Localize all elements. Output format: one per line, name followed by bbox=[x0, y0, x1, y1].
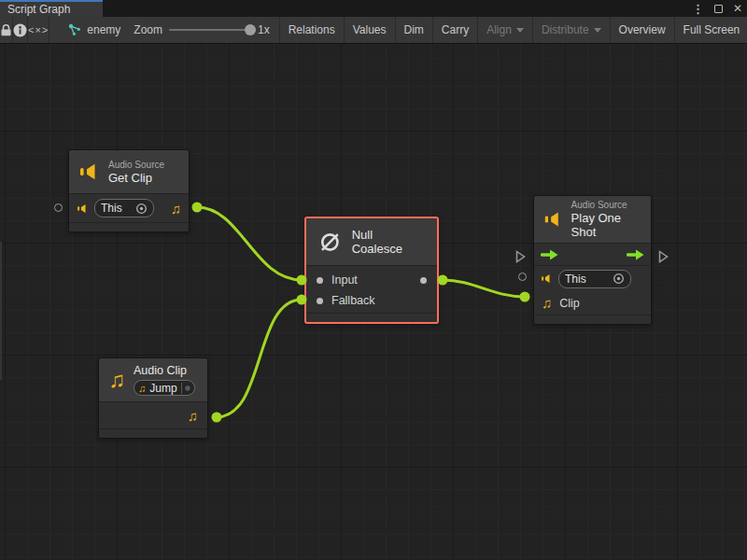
wire-endpoint[interactable] bbox=[192, 203, 203, 213]
offscreen-node-edge bbox=[0, 242, 2, 380]
chevron-down-icon bbox=[516, 28, 524, 33]
close-icon[interactable]: ✕ bbox=[733, 3, 742, 14]
relations-button[interactable]: Relations bbox=[280, 17, 345, 43]
tab-strip: Script Graph ⋮ ✕ bbox=[0, 0, 747, 17]
wire-endpoint[interactable] bbox=[438, 275, 448, 286]
dim-button[interactable]: Dim bbox=[396, 17, 433, 43]
audio-source-icon bbox=[541, 273, 553, 285]
script-graph-window: Script Graph ⋮ ✕ <×> bbox=[0, 0, 747, 560]
audio-clip-port-icon[interactable]: ♫ bbox=[542, 296, 552, 310]
node-get-clip-header[interactable]: Audio Source Get Clip bbox=[69, 150, 189, 193]
node-audio-clip[interactable]: ♫ Audio Clip ♫ Jump ♫ bbox=[98, 357, 208, 439]
play-one-shot-target-port[interactable] bbox=[518, 273, 527, 281]
node-null-coalesce-header[interactable]: Null Coalesce bbox=[306, 218, 437, 265]
wire-getclip-to-input[interactable] bbox=[197, 207, 302, 280]
flow-input-arrow-icon[interactable] bbox=[541, 249, 558, 260]
values-button[interactable]: Values bbox=[345, 17, 396, 43]
node-title: Null Coalesce bbox=[352, 228, 426, 256]
graph-icon bbox=[68, 23, 81, 36]
audio-clip-icon: ♫ bbox=[108, 369, 125, 391]
node-footer bbox=[306, 314, 437, 322]
chevron-down-icon bbox=[594, 28, 601, 33]
result-port[interactable] bbox=[420, 277, 427, 284]
flow-exit-triangle-icon[interactable] bbox=[658, 250, 669, 263]
audio-clip-port-icon[interactable]: ♫ bbox=[171, 202, 181, 216]
audio-clip-mini-icon: ♫ bbox=[138, 383, 146, 394]
zoom-control: Zoom 1x bbox=[132, 17, 279, 43]
align-button[interactable]: Align bbox=[478, 17, 533, 43]
lock-icon bbox=[0, 23, 12, 36]
graph-toolbar: <×> enemy Zoom 1x Relations Values Dim C… bbox=[0, 17, 747, 44]
object-picker-icon[interactable] bbox=[135, 203, 148, 215]
distribute-button[interactable]: Distribute bbox=[533, 17, 611, 43]
input-port[interactable] bbox=[317, 277, 323, 284]
clip-object-field[interactable]: ♫ Jump bbox=[134, 380, 195, 396]
breadcrumb-label: enemy bbox=[87, 23, 120, 36]
node-category: Audio Source bbox=[108, 160, 164, 171]
this-object-field[interactable]: This bbox=[94, 199, 154, 217]
carry-button[interactable]: Carry bbox=[433, 17, 478, 43]
input-port-label: Input bbox=[331, 273, 358, 287]
info-icon bbox=[13, 23, 27, 37]
node-title: Play One Shot bbox=[571, 211, 641, 239]
breadcrumb[interactable]: enemy bbox=[49, 17, 132, 43]
wire-result-to-clip[interactable] bbox=[443, 280, 525, 297]
code-view-button[interactable]: <×> bbox=[28, 17, 49, 43]
inspect-button[interactable] bbox=[13, 17, 28, 43]
flow-output-arrow-icon[interactable] bbox=[627, 249, 644, 260]
zoom-value: 1x bbox=[258, 23, 270, 36]
node-footer bbox=[69, 223, 189, 231]
object-picker-icon[interactable] bbox=[613, 273, 625, 285]
node-play-one-shot-header[interactable]: Audio Source Play One Shot bbox=[534, 196, 651, 243]
full-screen-button[interactable]: Full Screen bbox=[675, 17, 747, 43]
overview-button[interactable]: Overview bbox=[611, 17, 675, 43]
audio-source-icon bbox=[543, 209, 564, 230]
this-object-field[interactable]: This bbox=[558, 270, 631, 288]
maximize-icon[interactable] bbox=[714, 5, 723, 13]
audio-clip-port-icon[interactable]: ♫ bbox=[188, 409, 198, 423]
window-controls: ⋮ ✕ bbox=[692, 0, 742, 17]
menu-dots-icon[interactable]: ⋮ bbox=[692, 3, 704, 15]
flow-entry-triangle-icon[interactable] bbox=[515, 250, 526, 263]
node-title: Get Clip bbox=[108, 171, 164, 185]
node-null-coalesce[interactable]: Null Coalesce Input Fallback bbox=[304, 217, 439, 324]
audio-source-icon bbox=[78, 161, 101, 182]
zoom-slider-handle[interactable] bbox=[245, 24, 256, 35]
audio-source-icon bbox=[77, 203, 89, 215]
object-picker-icon[interactable] bbox=[185, 383, 190, 394]
fallback-port[interactable] bbox=[317, 298, 323, 304]
node-title: Audio Clip bbox=[134, 364, 195, 378]
node-footer bbox=[99, 429, 207, 438]
graph-canvas[interactable]: Audio Source Get Clip This ♫ bbox=[0, 44, 747, 560]
node-audio-clip-header[interactable]: ♫ Audio Clip ♫ Jump bbox=[99, 358, 207, 401]
lock-button[interactable] bbox=[0, 17, 13, 43]
tab-label: Script Graph bbox=[7, 3, 70, 16]
node-get-clip[interactable]: Audio Source Get Clip This ♫ bbox=[68, 149, 190, 232]
node-play-one-shot[interactable]: Audio Source Play One Shot bbox=[533, 195, 652, 325]
get-clip-target-port[interactable] bbox=[54, 203, 63, 212]
fallback-port-label: Fallback bbox=[331, 294, 375, 307]
wire-endpoint[interactable] bbox=[212, 413, 222, 423]
null-coalesce-icon bbox=[317, 230, 343, 255]
clip-port-label: Clip bbox=[559, 297, 580, 310]
wire-audioclip-to-fallback[interactable] bbox=[217, 300, 302, 417]
node-footer bbox=[534, 315, 651, 324]
tab-script-graph[interactable]: Script Graph bbox=[0, 0, 103, 17]
zoom-label: Zoom bbox=[134, 23, 162, 36]
node-category: Audio Source bbox=[571, 200, 641, 211]
wire-endpoint[interactable] bbox=[520, 292, 530, 302]
code-icon: <×> bbox=[28, 24, 49, 35]
zoom-slider[interactable] bbox=[169, 29, 251, 31]
